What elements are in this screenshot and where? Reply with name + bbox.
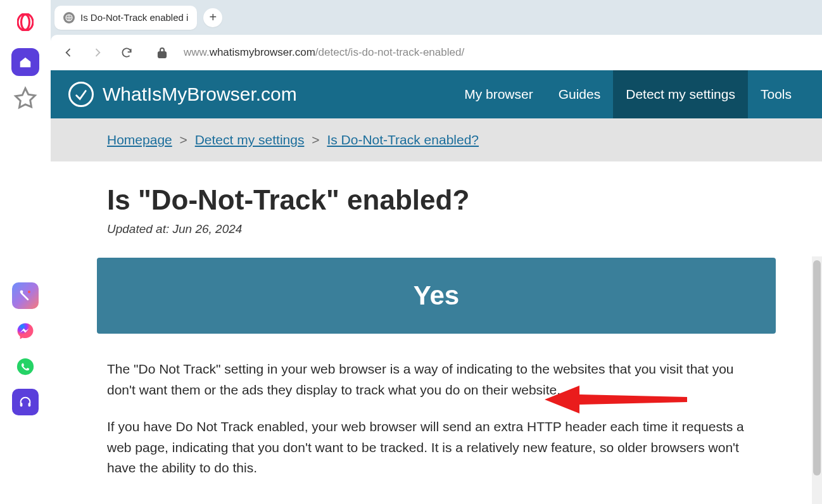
updated-at: Updated at: Jun 26, 2024 — [107, 222, 766, 236]
breadcrumb-sep: > — [312, 132, 319, 147]
page-viewport: WhatIsMyBrowser.com My browser Guides De… — [51, 70, 822, 504]
lock-icon[interactable] — [155, 45, 170, 60]
result-value: Yes — [414, 280, 459, 310]
site-logo-icon — [68, 82, 94, 107]
scrollbar-thumb[interactable] — [813, 260, 821, 476]
page-title: Is "Do-Not-Track" enabled? — [107, 184, 766, 216]
breadcrumb-homepage[interactable]: Homepage — [107, 132, 172, 147]
browser-main: Is Do-Not-Track enabled i + www.whatismy… — [51, 0, 822, 504]
nav-my-browser[interactable]: My browser — [452, 70, 546, 118]
scrollbar[interactable] — [812, 256, 822, 504]
url-www: www. — [184, 46, 210, 59]
headphones-icon[interactable] — [12, 389, 39, 415]
tab-strip: Is Do-Not-Track enabled i + — [51, 0, 822, 35]
breadcrumb: Homepage > Detect my settings > Is Do-No… — [107, 132, 766, 148]
site-brand[interactable]: WhatIsMyBrowser.com — [68, 82, 297, 107]
nav-guides[interactable]: Guides — [546, 70, 614, 118]
svg-point-4 — [17, 358, 34, 375]
breadcrumb-detect[interactable]: Detect my settings — [195, 132, 305, 147]
svg-point-0 — [18, 14, 33, 31]
browser-tab[interactable]: Is Do-Not-Track enabled i — [54, 6, 197, 30]
browser-sidebar — [0, 0, 51, 504]
forward-button[interactable] — [90, 45, 105, 60]
site-nav: My browser Guides Detect my settings Too… — [452, 70, 804, 118]
url-display[interactable]: www.whatismybrowser.com/detect/is-do-not… — [184, 46, 464, 59]
home-button[interactable] — [11, 48, 39, 76]
opera-logo-icon[interactable] — [16, 13, 35, 32]
svg-rect-6 — [28, 403, 31, 406]
tab-title: Is Do-Not-Track enabled i — [80, 12, 188, 23]
breadcrumb-sep: > — [180, 132, 187, 147]
site-header: WhatIsMyBrowser.com My browser Guides De… — [51, 70, 822, 118]
breadcrumb-bar: Homepage > Detect my settings > Is Do-No… — [51, 118, 822, 161]
svg-point-3 — [28, 291, 30, 293]
result-box: Yes — [97, 258, 776, 334]
app-shortcut-1-icon[interactable] — [12, 282, 39, 309]
new-tab-button[interactable]: + — [203, 8, 222, 27]
paragraph-2: If you have Do Not Track enabled, your w… — [107, 417, 766, 479]
bookmarks-icon[interactable] — [11, 85, 39, 113]
nav-detect-my-settings[interactable]: Detect my settings — [613, 70, 748, 118]
reload-button[interactable] — [119, 45, 134, 60]
page-content: Is "Do-Not-Track" enabled? Updated at: J… — [51, 161, 822, 504]
url-path: /detect/is-do-not-track-enabled/ — [315, 46, 464, 59]
nav-tools[interactable]: Tools — [748, 70, 804, 118]
url-host: whatismybrowser.com — [210, 46, 315, 59]
svg-rect-8 — [158, 52, 166, 58]
svg-rect-5 — [20, 403, 23, 406]
messenger-icon[interactable] — [12, 318, 39, 344]
globe-favicon-icon — [63, 12, 75, 23]
site-brand-text: WhatIsMyBrowser.com — [103, 84, 297, 105]
svg-point-1 — [22, 15, 30, 30]
whatsapp-icon[interactable] — [12, 353, 39, 380]
back-button[interactable] — [61, 45, 76, 60]
paragraph-1: The "Do Not Track" setting in your web b… — [107, 359, 766, 400]
breadcrumb-current[interactable]: Is Do-Not-Track enabled? — [327, 132, 479, 147]
address-bar: www.whatismybrowser.com/detect/is-do-not… — [51, 35, 822, 70]
